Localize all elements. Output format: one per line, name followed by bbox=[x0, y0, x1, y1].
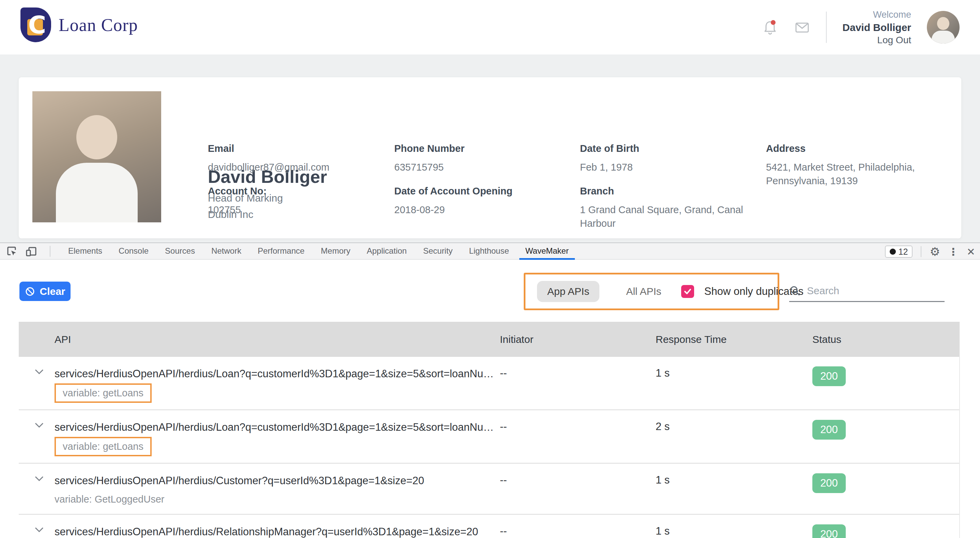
messages-mail-icon[interactable] bbox=[794, 19, 810, 35]
tab-wavemaker[interactable]: WaveMaker bbox=[517, 243, 577, 260]
col-response-time: Response Time bbox=[655, 334, 812, 345]
field-dob: Date of Birth Feb 1, 1978 bbox=[580, 143, 754, 174]
devtools-tab-bar: Elements Console Sources Network Perform… bbox=[0, 243, 980, 259]
app-header: C Loan Corp Welcome David Bo bbox=[0, 0, 980, 54]
table-row: services/HerdiusOpenAPI/herdius/Loan?q=c… bbox=[19, 410, 959, 464]
more-options-kebab-icon[interactable]: ⋮ bbox=[948, 246, 959, 258]
tab-performance[interactable]: Performance bbox=[250, 243, 312, 260]
initiator-cell: -- bbox=[500, 410, 655, 463]
variable-label: variable: getLoans bbox=[63, 441, 143, 452]
initiator-cell: -- bbox=[500, 515, 655, 538]
clear-slash-icon bbox=[24, 286, 35, 297]
col-status: Status bbox=[812, 334, 959, 345]
col-api: API bbox=[54, 334, 500, 345]
inspect-element-icon[interactable] bbox=[6, 246, 18, 257]
table-header: API Initiator Response Time Status bbox=[19, 322, 959, 357]
status-badge: 200 bbox=[812, 420, 846, 440]
status-badge: 200 bbox=[812, 473, 846, 493]
response-time-cell: 1 s bbox=[655, 515, 812, 538]
clear-button[interactable]: Clear bbox=[19, 282, 70, 301]
expand-chevron-icon[interactable] bbox=[19, 515, 54, 538]
api-url: services/HerdiusOpenAPI/herdius/Loan?q=c… bbox=[54, 367, 500, 381]
search-input[interactable] bbox=[807, 285, 929, 297]
tab-network[interactable]: Network bbox=[203, 243, 250, 260]
initiator-cell: -- bbox=[500, 464, 655, 514]
response-time-cell: 1 s bbox=[655, 357, 812, 409]
tab-security[interactable]: Security bbox=[415, 243, 461, 260]
devtools-tabs: Elements Console Sources Network Perform… bbox=[60, 243, 577, 260]
api-url: services/HerdiusOpenAPI/herdius/Relation… bbox=[54, 525, 500, 538]
api-table: API Initiator Response Time Status servi… bbox=[19, 322, 960, 538]
col-initiator: Initiator bbox=[500, 334, 655, 345]
variable-highlight-box: variable: getLoans bbox=[54, 437, 152, 456]
all-apis-toggle[interactable]: All APIs bbox=[620, 286, 667, 297]
welcome-label: Welcome bbox=[842, 8, 911, 21]
field-account-no: Account No: 102755 bbox=[208, 186, 385, 217]
issues-dot-icon bbox=[890, 249, 896, 255]
field-address: Address 5421, Market Street, Philadelphi… bbox=[766, 143, 929, 187]
field-phone: Phone Number 635715795 bbox=[394, 143, 571, 174]
welcome-block: Welcome David Bolliger Log Out bbox=[842, 8, 911, 46]
table-row: services/HerdiusOpenAPI/herdius/Loan?q=c… bbox=[19, 357, 959, 410]
tab-application[interactable]: Application bbox=[358, 243, 415, 260]
devtools-divider bbox=[50, 246, 51, 257]
api-url: services/HerdiusOpenAPI/herdius/Customer… bbox=[54, 474, 500, 487]
table-row: services/HerdiusOpenAPI/herdius/Relation… bbox=[19, 515, 959, 538]
brand: C Loan Corp bbox=[21, 8, 138, 42]
user-avatar[interactable] bbox=[927, 11, 959, 44]
wavemaker-panel: Clear App APIs All APIs Show only duplic… bbox=[0, 260, 980, 538]
expand-chevron-icon[interactable] bbox=[19, 357, 54, 409]
expand-chevron-icon[interactable] bbox=[19, 410, 54, 463]
tab-sources[interactable]: Sources bbox=[157, 243, 203, 260]
field-branch: Branch 1 Grand Canal Square, Grand, Cana… bbox=[580, 186, 754, 230]
logout-link[interactable]: Log Out bbox=[842, 34, 911, 46]
header-divider bbox=[826, 11, 827, 43]
tab-elements[interactable]: Elements bbox=[60, 243, 110, 260]
brand-name: Loan Corp bbox=[59, 15, 138, 35]
close-devtools-icon[interactable]: ✕ bbox=[967, 246, 975, 258]
table-row: services/HerdiusOpenAPI/herdius/Customer… bbox=[19, 464, 959, 515]
tab-memory[interactable]: Memory bbox=[313, 243, 359, 260]
profile-photo bbox=[32, 91, 161, 222]
profile-card: David Bolliger Head of Marking Dublin In… bbox=[19, 77, 961, 238]
page: C Loan Corp Welcome David Bo bbox=[0, 0, 980, 538]
header-right: Welcome David Bolliger Log Out bbox=[762, 0, 959, 54]
app-apis-toggle[interactable]: App APIs bbox=[537, 281, 600, 302]
show-duplicates-label: Show only duplicates bbox=[704, 285, 803, 298]
api-url: services/HerdiusOpenAPI/herdius/Loan?q=c… bbox=[54, 421, 500, 434]
status-badge: 200 bbox=[812, 524, 846, 538]
field-email: Email davidbolliger87@gmail.com bbox=[208, 143, 385, 174]
issues-counter[interactable]: 12 bbox=[885, 246, 913, 258]
show-duplicates-checkbox[interactable] bbox=[681, 285, 694, 298]
field-account-opening: Date of Account Opening 2018-08-29 bbox=[394, 186, 571, 217]
notifications-bell-icon[interactable] bbox=[762, 19, 778, 35]
status-badge: 200 bbox=[812, 367, 846, 386]
settings-gear-icon[interactable]: ⚙ bbox=[929, 246, 940, 257]
variable-label: variable: getLoans bbox=[63, 387, 143, 398]
response-time-cell: 2 s bbox=[655, 410, 812, 463]
variable-highlight-box: variable: getLoans bbox=[54, 383, 152, 403]
device-toolbar-icon[interactable] bbox=[25, 246, 37, 257]
initiator-cell: -- bbox=[500, 357, 655, 409]
search-icon bbox=[789, 285, 801, 297]
user-name: David Bolliger bbox=[842, 21, 911, 34]
variable-label: variable: GetLoggedUser bbox=[54, 494, 164, 505]
expand-chevron-icon[interactable] bbox=[19, 464, 54, 514]
issue-count: 12 bbox=[899, 247, 908, 257]
tab-console[interactable]: Console bbox=[110, 243, 157, 260]
response-time-cell: 1 s bbox=[655, 464, 812, 514]
loan-corp-logo-icon: C bbox=[21, 8, 51, 42]
api-filter-group-highlight: App APIs All APIs Show only duplicates bbox=[524, 273, 779, 310]
checkmark-icon bbox=[683, 287, 692, 296]
tab-lighthouse[interactable]: Lighthouse bbox=[461, 243, 517, 260]
search-field bbox=[789, 280, 945, 302]
